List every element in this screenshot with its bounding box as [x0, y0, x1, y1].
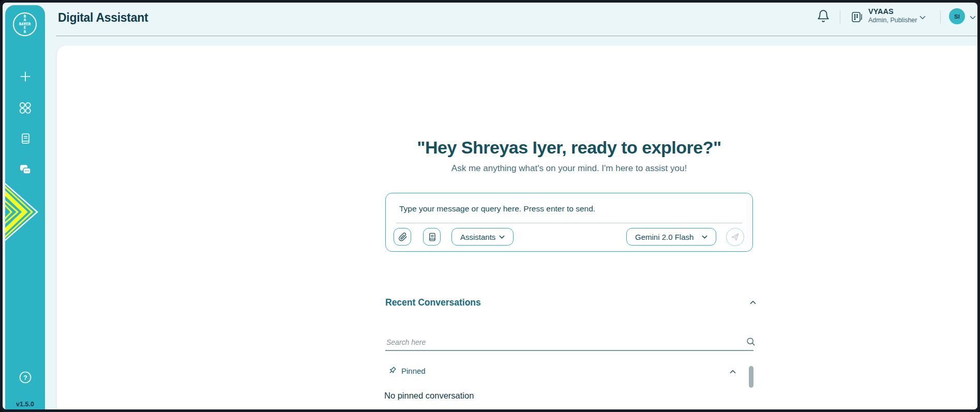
model-dropdown-label: Gemini 2.0 Flash: [635, 233, 693, 241]
send-plane-icon: [730, 232, 740, 242]
sidebar-item-assistants[interactable]: [18, 100, 33, 115]
assistants-dropdown[interactable]: Assistants: [451, 228, 514, 246]
sidebar: BAYER BAYER ?: [5, 5, 45, 409]
sidebar-item-conversations[interactable]: [18, 162, 33, 177]
avatar-initials: SI: [954, 13, 960, 20]
greeting-heading: "Hey Shreyas Iyer, ready to explore?": [385, 138, 753, 158]
attach-file-button[interactable]: [394, 228, 411, 246]
new-chat-button[interactable]: [18, 69, 33, 84]
greeting-subtitle: Ask me anything what's on your mind. I'm…: [385, 163, 753, 174]
header-separator: [940, 10, 941, 23]
chevron-down-icon: [918, 13, 927, 22]
header-separator: [840, 10, 840, 23]
app-version: v1.5.0: [5, 401, 45, 408]
conversation-search-input[interactable]: [386, 336, 728, 348]
message-input[interactable]: [399, 200, 735, 218]
chevron-up-icon: [728, 367, 737, 376]
search-button[interactable]: [746, 337, 756, 346]
chevron-up-icon: [748, 298, 758, 307]
chevron-down-icon: [700, 233, 709, 241]
org-name: VYAAS: [868, 7, 894, 16]
book-icon: [19, 132, 32, 145]
send-button[interactable]: [726, 228, 744, 246]
prompt-library-button[interactable]: [423, 228, 441, 246]
sidebar-item-library[interactable]: [18, 131, 33, 146]
main-content-card: "Hey Shreyas Iyer, ready to explore?" As…: [57, 45, 977, 409]
bell-icon: [817, 9, 830, 23]
help-icon: ?: [18, 370, 33, 385]
search-icon: [746, 337, 756, 346]
chevron-pattern-decoration: [5, 178, 42, 246]
bayer-logo: BAYER BAYER: [13, 12, 37, 36]
chevron-down-icon: [968, 13, 977, 22]
search-underline: [385, 350, 753, 351]
message-composer: Assistants Gemini 2.0 Flash: [385, 193, 753, 252]
composer-divider: [396, 223, 742, 223]
scrollbar-thumb[interactable]: [749, 366, 753, 388]
chat-bubbles-icon: [19, 163, 32, 176]
user-menu-button[interactable]: [968, 13, 977, 22]
pin-icon: [387, 366, 398, 376]
user-avatar[interactable]: SI: [949, 8, 965, 24]
notifications-button[interactable]: [817, 9, 830, 23]
app-window: BAYER BAYER ?: [0, 0, 980, 412]
bayer-logo-horizontal-text: BAYER: [19, 22, 31, 26]
org-switcher-button[interactable]: [918, 13, 927, 22]
viewport: BAYER BAYER ?: [3, 3, 977, 409]
paperclip-icon: [398, 232, 408, 242]
plus-icon: [19, 70, 32, 83]
pinned-collapse-button[interactable]: [728, 367, 737, 376]
assistants-dropdown-label: Assistants: [460, 233, 495, 241]
page-title: Digital Assistant: [58, 11, 148, 25]
document-icon: [427, 232, 437, 242]
model-dropdown[interactable]: Gemini 2.0 Flash: [626, 228, 716, 246]
pinned-section-label: Pinned: [401, 367, 426, 375]
recent-collapse-button[interactable]: [748, 298, 758, 307]
svg-text:?: ?: [23, 374, 27, 382]
apps-grid-icon: [18, 101, 32, 115]
help-button[interactable]: ?: [18, 370, 33, 385]
organization-icon: [850, 10, 864, 24]
pinned-empty-message: No pinned conversation: [384, 391, 474, 401]
recent-conversations-title: Recent Conversations: [385, 297, 481, 308]
org-role: Admin, Publisher: [868, 17, 917, 24]
header-divider: [56, 36, 977, 36]
chevron-down-icon: [497, 233, 506, 241]
